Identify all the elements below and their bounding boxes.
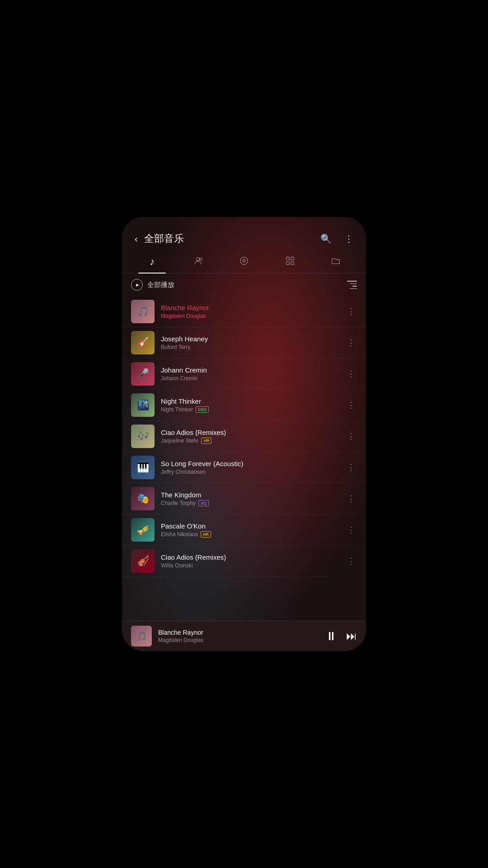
quality-badge: HR (201, 438, 211, 444)
song-thumbnail: 🎶 (131, 425, 155, 448)
song-thumb-img: 🎹 (131, 456, 155, 479)
page-title: 全部音乐 (144, 232, 184, 245)
play-all-icon: ▶ (131, 279, 143, 291)
now-playing-artist: Magdalen Douglas (158, 637, 319, 643)
back-button[interactable]: ‹ (133, 232, 140, 246)
song-thumbnail: 🎻 (131, 549, 155, 573)
song-item[interactable]: 🎸 Joseph Heaney Buford Terry ⋮ (122, 327, 366, 359)
tab-folders[interactable] (313, 251, 359, 273)
song-artist: Willis Osinski (161, 562, 193, 569)
pause-button[interactable]: ⏸ (325, 629, 337, 643)
song-info: So Long Forever (Acoustic) Jeffry Christ… (161, 460, 339, 475)
quality-badge: HR (201, 531, 211, 538)
tab-grid-icon (285, 256, 295, 269)
more-options-button[interactable]: ⋮ (343, 231, 355, 246)
song-more-button[interactable]: ⋮ (345, 459, 357, 476)
song-meta: Charlie Torphy SQ (161, 500, 339, 506)
tab-bar: ♪ (122, 251, 366, 274)
sort-line-4 (350, 288, 357, 289)
song-info: Night Thinker Night Thinker DSD (161, 397, 339, 413)
song-item[interactable]: 🎺 Pascale O'Kon Elisha Nikolaus HR ⋮ (122, 514, 366, 546)
app-content: ‹ 全部音乐 🔍 ⋮ ♪ (122, 217, 366, 651)
header-left: ‹ 全部音乐 (133, 232, 184, 246)
tab-albums[interactable] (221, 251, 267, 273)
song-title: Ciao Adios (Remixes) (161, 429, 339, 436)
song-title: Blanche Raynor (161, 304, 339, 311)
song-meta: Jaqueline Stehr HR (161, 438, 339, 444)
song-meta: Buford Terry (161, 344, 339, 350)
now-playing-thumbnail: 🎵 (131, 626, 152, 646)
now-playing-bar[interactable]: 🎵 Blanche Raynor Magdalen Douglas ⏸ ⏭ (122, 621, 366, 651)
song-artist: Jaqueline Stehr (161, 438, 198, 444)
song-thumb-img: 🌃 (131, 393, 155, 417)
song-title: Ciao Adios (Remixes) (161, 553, 339, 561)
tab-albums-icon (239, 256, 249, 269)
song-title: The Kingdom (161, 491, 339, 499)
song-thumb-img: 🎺 (131, 518, 155, 542)
quality-badge: DSD (196, 406, 209, 413)
song-item[interactable]: 🎹 So Long Forever (Acoustic) Jeffry Chri… (122, 452, 366, 483)
song-list: 🎵 Blanche Raynor Magdalen Douglas ⋮ 🎸 Jo… (122, 296, 366, 621)
play-all-label: 全部播放 (147, 281, 174, 289)
sort-icon[interactable] (347, 281, 357, 289)
song-info: Ciao Adios (Remixes) Jaqueline Stehr HR (161, 429, 339, 444)
song-meta: Elisha Nikolaus HR (161, 531, 339, 538)
song-info: The Kingdom Charlie Torphy SQ (161, 491, 339, 506)
song-thumb-img: 🎭 (131, 487, 155, 510)
tab-grid[interactable] (267, 251, 313, 273)
song-artist: Night Thinker (161, 406, 193, 413)
song-meta: Night Thinker DSD (161, 406, 339, 413)
song-more-button[interactable]: ⋮ (345, 428, 357, 445)
svg-point-0 (197, 258, 200, 261)
song-title: Johann Cremin (161, 366, 339, 374)
tab-artists[interactable] (175, 251, 221, 273)
skip-button[interactable]: ⏭ (346, 630, 357, 642)
song-title: Night Thinker (161, 397, 339, 405)
song-item[interactable]: 🎻 Ciao Adios (Remixes) Willis Osinski ⋮ (122, 546, 366, 577)
song-thumbnail: 🎺 (131, 518, 155, 542)
song-item[interactable]: 🌃 Night Thinker Night Thinker DSD ⋮ (122, 390, 366, 421)
song-more-button[interactable]: ⋮ (345, 365, 357, 382)
song-item[interactable]: 🎶 Ciao Adios (Remixes) Jaqueline Stehr H… (122, 421, 366, 452)
song-info: Ciao Adios (Remixes) Willis Osinski (161, 553, 339, 569)
search-button[interactable]: 🔍 (319, 231, 333, 246)
song-artist: Elisha Nikolaus (161, 531, 198, 538)
now-playing-controls: ⏸ ⏭ (325, 629, 357, 643)
song-more-button[interactable]: ⋮ (345, 521, 357, 538)
svg-rect-5 (291, 257, 293, 260)
song-info: Pascale O'Kon Elisha Nikolaus HR (161, 522, 339, 538)
tab-songs-icon: ♪ (150, 256, 155, 268)
song-artist: Charlie Torphy (161, 500, 196, 506)
tab-songs[interactable]: ♪ (129, 251, 175, 273)
quality-badge: SQ (198, 500, 209, 506)
song-artist: Magdalen Douglas (161, 313, 206, 319)
song-item[interactable]: 🎤 Johann Cremin Johann Cremin ⋮ (122, 359, 366, 390)
play-all-left: ▶ 全部播放 (131, 279, 174, 291)
song-thumbnail: 🎹 (131, 456, 155, 479)
song-item[interactable]: 🎵 Blanche Raynor Magdalen Douglas ⋮ (122, 296, 366, 327)
song-artist: Jeffry Christiansen (161, 469, 206, 475)
svg-point-1 (200, 258, 202, 261)
song-more-button[interactable]: ⋮ (345, 490, 357, 507)
song-more-button[interactable]: ⋮ (345, 334, 357, 351)
song-title: So Long Forever (Acoustic) (161, 460, 339, 467)
song-meta: Magdalen Douglas (161, 313, 339, 319)
header: ‹ 全部音乐 🔍 ⋮ (122, 217, 366, 251)
song-artist: Johann Cremin (161, 375, 197, 382)
now-playing-info: Blanche Raynor Magdalen Douglas (158, 629, 319, 643)
song-thumbnail: 🎤 (131, 362, 155, 386)
tab-artists-icon (193, 256, 203, 269)
song-more-button[interactable]: ⋮ (345, 396, 357, 414)
song-more-button[interactable]: ⋮ (345, 303, 357, 320)
song-info: Blanche Raynor Magdalen Douglas (161, 304, 339, 319)
song-more-button[interactable]: ⋮ (345, 552, 357, 570)
header-icons: 🔍 ⋮ (319, 231, 355, 246)
sort-line-3 (352, 286, 357, 287)
song-thumb-img: 🎸 (131, 331, 155, 354)
song-info: Johann Cremin Johann Cremin (161, 366, 339, 382)
play-all-bar[interactable]: ▶ 全部播放 (122, 274, 366, 296)
song-title: Joseph Heaney (161, 335, 339, 343)
song-item[interactable]: 🎭 The Kingdom Charlie Torphy SQ ⋮ (122, 483, 366, 514)
song-meta: Johann Cremin (161, 375, 339, 382)
now-playing-title: Blanche Raynor (158, 629, 319, 636)
